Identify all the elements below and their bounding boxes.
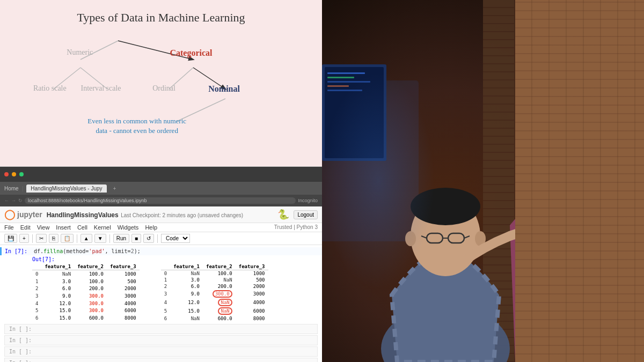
tab-home[interactable]: Home — [4, 186, 19, 191]
menu-widgets[interactable]: Widgets — [118, 224, 139, 231]
sep3 — [109, 234, 110, 243]
screen-glow — [322, 72, 435, 290]
browser-bar — [0, 167, 322, 182]
df-container: feature_1 feature_2 feature_3 0NaN100.01… — [32, 263, 318, 322]
table-row: 0NaN100.01000 — [161, 270, 268, 277]
df-table-right: feature_1 feature_2 feature_3 0NaN100.01… — [161, 263, 268, 322]
tab-notebook[interactable]: HandlingMissingValues - Jupy — [26, 184, 106, 193]
empty-cell-3: In [ ]: — [4, 346, 318, 357]
jupyter-header: ◯ jupyter HandlingMissingValues Last Che… — [0, 206, 322, 223]
jupyter-filename[interactable]: HandlingMissingValues — [47, 211, 119, 219]
photo-panel — [322, 0, 644, 362]
node-categorical: Categorical — [170, 48, 212, 58]
table-row: 39.0300.03000 — [161, 290, 268, 298]
logout-button[interactable]: Logout — [294, 210, 318, 219]
jupyter-logo-icon: ◯ — [4, 209, 15, 220]
tab-bar: Home | HandlingMissingValues - Jupy + — [0, 182, 322, 195]
table-row: 412.0300.04000 — [32, 300, 140, 307]
col-f1-right: feature_1 — [170, 263, 203, 270]
toolbar: 💾 + ✂ ⎘ 📋 ▲ ▼ Run ■ ↺ Code — [0, 232, 322, 245]
add-cell-btn[interactable]: + — [19, 234, 29, 243]
move-down-btn[interactable]: ▼ — [94, 234, 106, 243]
menu-insert[interactable]: Insert — [56, 224, 71, 231]
menu-help[interactable]: Help — [145, 224, 157, 231]
in7-prompt: In [7]: — [5, 248, 32, 254]
diagram-title: Types of Data in Machine Learning — [11, 11, 311, 25]
empty-cell-2: In [ ]: — [4, 335, 318, 345]
cell-type-select[interactable]: Code — [161, 234, 190, 243]
menu-kernel[interactable]: Kernel — [94, 224, 111, 231]
sep4 — [157, 234, 158, 243]
col-f3-right: feature_3 — [236, 263, 268, 270]
checkpoint-text: Last Checkpoint: 2 minutes ago (unsaved … — [121, 212, 243, 218]
table-row: 13.0100.0500 — [32, 278, 140, 285]
in7-code: df.fillna(method='pad', limit=2); — [34, 248, 141, 254]
node-interval: Interval scale — [80, 84, 121, 93]
forward-btn[interactable]: → — [11, 198, 16, 203]
table-row: 13.0NaN500 — [161, 277, 268, 283]
tree-svg — [11, 30, 311, 159]
node-nominal: Nominal — [208, 84, 240, 94]
cut-btn[interactable]: ✂ — [36, 234, 47, 243]
out7-prompt: Out[7]: — [32, 256, 59, 262]
copy-btn[interactable]: ⎘ — [49, 234, 58, 243]
notebook-title-area: HandlingMissingValues Last Checkpoint: 2… — [47, 210, 243, 219]
trusted-label: Trusted | Python 3 — [274, 224, 318, 231]
table-row: 6NaN600.08000 — [161, 315, 268, 322]
menu-edit[interactable]: Edit — [20, 224, 31, 231]
col-idx-left — [32, 263, 41, 270]
incognito-label: Incognito — [298, 198, 318, 203]
table-row: 26.0200.02000 — [161, 283, 268, 290]
description-text: Even less in common with numeric data - … — [83, 116, 191, 136]
back-btn[interactable]: ← — [4, 198, 9, 203]
maximize-dot — [19, 172, 24, 176]
code-cell-7: In [7]: df.fillna(method='pad', limit=2)… — [0, 247, 322, 255]
jupyter-brand: jupyter — [17, 210, 42, 219]
table-row: 39.0300.03000 — [32, 292, 140, 300]
col-f2-right: feature_2 — [203, 263, 236, 270]
url-text[interactable]: localhost:8888/notebooks/HandlingMissing… — [25, 197, 296, 204]
photo-scene — [322, 0, 644, 362]
empty-cell-4: In [ ]: — [4, 358, 318, 362]
table-row: 26.0200.02000 — [32, 285, 140, 292]
menu-file[interactable]: File — [4, 224, 14, 231]
sep1 — [32, 234, 33, 243]
interrupt-btn[interactable]: ■ — [131, 234, 141, 243]
minimize-dot — [12, 172, 16, 176]
col-f3-left: feature_3 — [107, 263, 140, 270]
paste-btn[interactable]: 📋 — [61, 234, 74, 243]
sep2 — [77, 234, 77, 243]
new-tab-btn[interactable]: + — [110, 184, 120, 193]
col-f1-left: feature_1 — [41, 263, 74, 270]
table-row: 615.0600.08000 — [32, 314, 140, 322]
tree-container: Numeric Categorical Ratio scale Interval… — [11, 30, 311, 159]
jupyter-logo: ◯ jupyter — [4, 209, 42, 220]
menu-view[interactable]: View — [37, 224, 50, 231]
diagram-panel: Types of Data in Machine Learning — [0, 0, 322, 166]
url-bar: ← → ↻ localhost:8888/notebooks/HandlingM… — [0, 195, 322, 206]
col-f2-left: feature_2 — [74, 263, 107, 270]
node-numeric: Numeric — [67, 48, 93, 57]
table-row: 0NaN100.01000 — [32, 270, 140, 278]
table-row: 515.0300.06000 — [32, 307, 140, 315]
python-logo: 🐍 — [277, 209, 289, 220]
run-btn[interactable]: Run — [113, 234, 129, 243]
notebook-panel: Home | HandlingMissingValues - Jupy + ← … — [0, 166, 322, 362]
output-area: Out[7]: feature_1 feature_2 feature_3 0N — [0, 255, 322, 323]
df-table-left: feature_1 feature_2 feature_3 0NaN100.01… — [32, 263, 140, 322]
empty-cell-1: In [ ]: — [4, 324, 318, 334]
menu-bar: File Edit View Insert Cell Kernel Widget… — [0, 223, 322, 232]
cell-area: In [7]: df.fillna(method='pad', limit=2)… — [0, 245, 322, 362]
col-idx-right — [161, 263, 170, 270]
move-up-btn[interactable]: ▲ — [80, 234, 92, 243]
restart-btn[interactable]: ↺ — [143, 234, 154, 243]
table-row: 515.0NaN6000 — [161, 307, 268, 315]
save-btn[interactable]: 💾 — [4, 234, 17, 243]
close-dot — [4, 172, 9, 176]
node-ratio: Ratio scale — [33, 84, 67, 93]
node-ordinal: Ordinal — [152, 84, 175, 93]
table-row: 412.0NaN4000 — [161, 298, 268, 307]
brick-wall — [515, 0, 644, 362]
menu-cell[interactable]: Cell — [77, 224, 87, 231]
refresh-btn[interactable]: ↻ — [18, 198, 23, 203]
